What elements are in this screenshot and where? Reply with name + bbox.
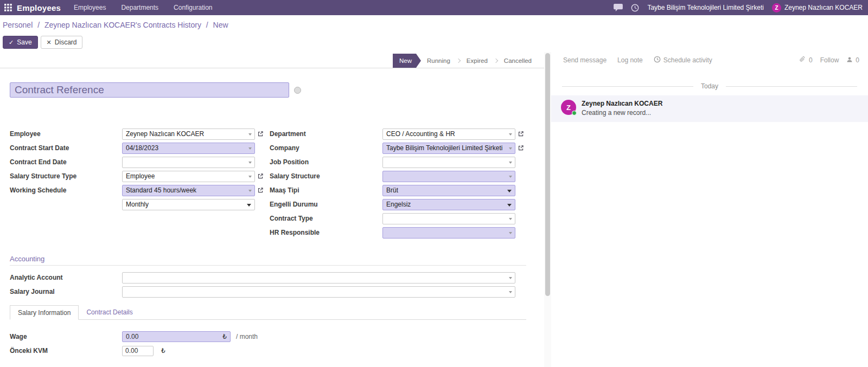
scrollbar-thumb[interactable] bbox=[545, 53, 550, 296]
contract-form: New Running Expired Cancelled Employee bbox=[0, 52, 544, 367]
analytic-account-input[interactable] bbox=[122, 272, 515, 284]
stage-separator-icon bbox=[456, 59, 461, 63]
field-row-employee: Employee Zeynep Nazlıcan KOCAER bbox=[10, 127, 270, 141]
job-position-label: Job Position bbox=[270, 158, 382, 166]
employee-input[interactable]: Zeynep Nazlıcan KOCAER bbox=[122, 128, 255, 140]
salary-structure-type-input[interactable]: Employee bbox=[122, 171, 255, 182]
stage-new[interactable]: New bbox=[393, 54, 421, 68]
field-row-working-schedule: Working Schedule Standard 45 hours/week bbox=[10, 183, 270, 197]
contract-reference-row bbox=[10, 82, 301, 98]
notebook-tabs: Salary Information Contract Details bbox=[10, 305, 526, 320]
kanban-state-circle[interactable] bbox=[294, 87, 301, 94]
company-input[interactable]: Taybe Bilişim Teknolojileri Limited Şirk… bbox=[382, 143, 515, 154]
breadcrumb-link-personel[interactable]: Personel bbox=[3, 21, 33, 29]
salary-journal-input[interactable] bbox=[122, 286, 515, 298]
external-link-icon[interactable] bbox=[518, 131, 524, 137]
menu-departments[interactable]: Departments bbox=[121, 4, 158, 11]
onceki-kvm-input[interactable]: 0.00 bbox=[122, 346, 154, 356]
apps-grid-icon[interactable] bbox=[4, 4, 12, 11]
follow-button[interactable]: Follow bbox=[820, 56, 839, 64]
app-name[interactable]: Employees bbox=[17, 3, 61, 12]
user-icon bbox=[846, 56, 853, 65]
hr-responsible-input[interactable] bbox=[382, 227, 515, 239]
activities-icon[interactable] bbox=[631, 4, 639, 12]
menu-configuration[interactable]: Configuration bbox=[174, 4, 212, 11]
contract-reference-input[interactable] bbox=[10, 82, 289, 98]
accounting-section: Accounting Analytic Account Salary Journ… bbox=[10, 255, 526, 299]
stage-cancelled[interactable]: Cancelled bbox=[498, 54, 538, 68]
external-link-icon[interactable] bbox=[257, 187, 264, 194]
today-label: Today bbox=[693, 82, 726, 90]
contract-type-input[interactable] bbox=[382, 213, 515, 224]
user-menu[interactable]: Z Zeynep Nazlıcan KOCAER bbox=[772, 3, 863, 12]
menu-employees[interactable]: Employees bbox=[74, 4, 106, 11]
field-column-left: Employee Zeynep Nazlıcan KOCAER Contract… bbox=[10, 127, 270, 240]
external-link-icon[interactable] bbox=[257, 173, 264, 179]
wage-value: 0.00 bbox=[126, 333, 138, 340]
field-row-department: Department CEO / Accounting & HR bbox=[270, 127, 533, 141]
save-button[interactable]: ✓ Save bbox=[3, 36, 38, 49]
salary-structure-type-label: Salary Structure Type bbox=[10, 172, 122, 180]
maas-tipi-select[interactable]: Brüt bbox=[382, 185, 515, 196]
schedule-pay-select[interactable]: Monthly bbox=[122, 199, 255, 210]
message-avatar: Z bbox=[561, 100, 576, 115]
engelli-durumu-select[interactable]: Engelsiz bbox=[382, 199, 515, 210]
send-message-button[interactable]: Send message bbox=[563, 56, 607, 64]
tab-contract-details[interactable]: Contract Details bbox=[79, 305, 140, 320]
followers-button[interactable]: 0 bbox=[846, 56, 859, 65]
onceki-kvm-label: Önceki KVM bbox=[10, 347, 122, 355]
followers-count: 0 bbox=[856, 56, 859, 64]
contract-type-label: Contract Type bbox=[270, 215, 382, 222]
stage-separator-icon bbox=[494, 59, 498, 63]
currency-symbol: ₺ bbox=[161, 347, 165, 355]
breadcrumb-separator: / bbox=[206, 21, 208, 29]
vertical-scrollbar[interactable] bbox=[544, 52, 551, 367]
presence-indicator-icon bbox=[572, 111, 577, 115]
salary-information-panel: Wage 0.00 ₺ / month Önceki KVM 0.00 ₺ bbox=[10, 330, 258, 358]
field-row-contract-type: Contract Type bbox=[270, 211, 533, 226]
top-navbar: Employees Employees Departments Configur… bbox=[0, 0, 868, 15]
working-schedule-label: Working Schedule bbox=[10, 186, 122, 194]
messages-icon[interactable] bbox=[614, 4, 623, 11]
department-label: Department bbox=[270, 130, 382, 138]
attachments-button[interactable]: 0 bbox=[799, 56, 813, 65]
contract-start-date-input[interactable]: 04/18/2023 bbox=[122, 143, 255, 154]
form-sheet: Employee Zeynep Nazlıcan KOCAER Contract… bbox=[0, 68, 544, 367]
save-button-label: Save bbox=[17, 38, 31, 46]
stage-expired[interactable]: Expired bbox=[461, 54, 494, 68]
stage-running[interactable]: Running bbox=[421, 54, 456, 68]
field-row-engelli-durumu: Engelli Durumu Engelsiz bbox=[270, 197, 533, 211]
job-position-input[interactable] bbox=[382, 157, 515, 168]
tab-salary-information[interactable]: Salary Information bbox=[10, 305, 79, 320]
chatter-panel: Send message Log note Schedule activity … bbox=[551, 52, 868, 367]
message-author[interactable]: Zeynep Nazlıcan KOCAER bbox=[582, 100, 662, 107]
working-schedule-input[interactable]: Standard 45 hours/week bbox=[122, 185, 255, 196]
contract-end-date-input[interactable] bbox=[122, 157, 255, 168]
external-link-icon[interactable] bbox=[518, 145, 524, 151]
field-row-wage: Wage 0.00 ₺ / month bbox=[10, 330, 258, 344]
contract-start-date-label: Contract Start Date bbox=[10, 144, 122, 152]
department-input[interactable]: CEO / Accounting & HR bbox=[382, 128, 515, 140]
wage-unit: / month bbox=[236, 333, 258, 340]
schedule-activity-button[interactable]: Schedule activity bbox=[654, 56, 712, 65]
salary-journal-label: Salary Journal bbox=[10, 288, 122, 295]
field-row-schedule-pay: Monthly bbox=[10, 197, 270, 211]
attachments-count: 0 bbox=[809, 56, 813, 64]
message-item[interactable]: Z Zeynep Nazlıcan KOCAER Creating a new … bbox=[551, 95, 868, 122]
log-note-button[interactable]: Log note bbox=[617, 56, 643, 64]
field-row-analytic-account: Analytic Account bbox=[10, 271, 526, 285]
contract-end-date-label: Contract End Date bbox=[10, 158, 122, 166]
today-divider: Today bbox=[551, 82, 868, 90]
analytic-account-label: Analytic Account bbox=[10, 274, 122, 281]
chatter-toolbar: Send message Log note Schedule activity … bbox=[551, 52, 868, 68]
field-row-company: Company Taybe Bilişim Teknolojileri Limi… bbox=[270, 141, 533, 155]
discard-button[interactable]: ✕ Discard bbox=[41, 36, 83, 49]
maas-tipi-label: Maaş Tipi bbox=[270, 186, 382, 194]
salary-structure-input[interactable] bbox=[382, 171, 515, 182]
field-row-salary-journal: Salary Journal bbox=[10, 285, 526, 299]
external-link-icon[interactable] bbox=[257, 131, 264, 137]
wage-input[interactable]: 0.00 ₺ bbox=[122, 331, 231, 342]
company-name[interactable]: Taybe Bilişim Teknolojileri Limited Şirk… bbox=[647, 4, 764, 11]
breadcrumb-link-contracts-history[interactable]: Zeynep Nazlıcan KOCAER's Contracts Histo… bbox=[44, 21, 201, 29]
employee-label: Employee bbox=[10, 130, 122, 138]
